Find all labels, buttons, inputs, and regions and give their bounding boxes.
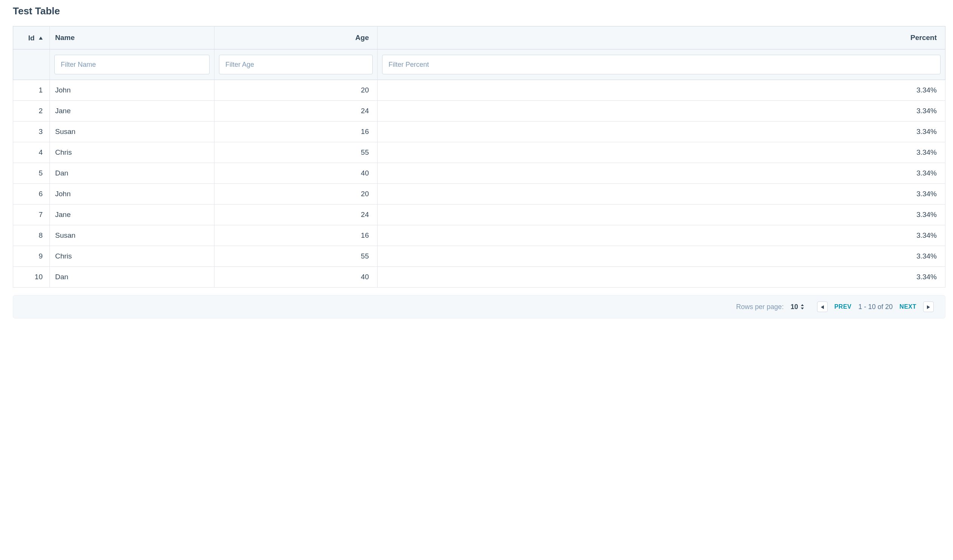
table-cell-id: 9: [13, 246, 50, 267]
table-row: 1John203.34%: [13, 80, 945, 101]
table-cell-name: Chris: [50, 142, 214, 163]
table-cell-percent: 3.34%: [377, 122, 945, 142]
table-cell-id: 2: [13, 101, 50, 122]
table-cell-percent: 3.34%: [377, 225, 945, 246]
filter-input-percent[interactable]: [382, 55, 941, 74]
filter-cell-id: [13, 50, 50, 80]
next-page-icon-button[interactable]: [923, 302, 934, 312]
column-header-name[interactable]: Name: [50, 26, 214, 50]
rows-per-page: Rows per page: 10: [736, 303, 804, 311]
sort-asc-icon: [39, 33, 43, 42]
pagination-range: 1 - 10 of 20: [858, 303, 892, 311]
page-title: Test Table: [13, 5, 945, 17]
table-cell-age: 55: [214, 142, 377, 163]
table-cell-id: 3: [13, 122, 50, 142]
filter-input-age[interactable]: [219, 55, 373, 74]
caret-left-icon: [821, 303, 824, 311]
prev-page-icon-button[interactable]: [817, 302, 828, 312]
svg-marker-3: [821, 305, 824, 309]
table-filter-row: [13, 50, 945, 80]
table-cell-percent: 3.34%: [377, 80, 945, 101]
filter-cell-age: [214, 50, 377, 80]
table-row: 7Jane243.34%: [13, 204, 945, 225]
column-header-label: Age: [355, 34, 369, 42]
table-row: 5Dan403.34%: [13, 163, 945, 184]
table-row: 9Chris553.34%: [13, 246, 945, 267]
table-cell-percent: 3.34%: [377, 184, 945, 204]
data-table: Id Name Age Percent: [13, 26, 945, 288]
column-header-id[interactable]: Id: [13, 26, 50, 50]
column-header-age[interactable]: Age: [214, 26, 377, 50]
table-row: 8Susan163.34%: [13, 225, 945, 246]
column-header-label: Id: [28, 34, 35, 42]
svg-marker-1: [801, 304, 804, 306]
table-cell-id: 10: [13, 267, 50, 288]
caret-right-icon: [927, 303, 930, 311]
filter-cell-percent: [377, 50, 945, 80]
table-cell-age: 16: [214, 122, 377, 142]
table-cell-age: 20: [214, 80, 377, 101]
table-cell-age: 20: [214, 184, 377, 204]
table-row: 10Dan403.34%: [13, 267, 945, 288]
table-cell-age: 16: [214, 225, 377, 246]
column-header-label: Percent: [910, 34, 937, 42]
filter-cell-name: [50, 50, 214, 80]
table-cell-age: 55: [214, 246, 377, 267]
table-cell-age: 40: [214, 267, 377, 288]
table-cell-name: John: [50, 184, 214, 204]
table-cell-age: 24: [214, 101, 377, 122]
table-cell-age: 40: [214, 163, 377, 184]
rows-per-page-label: Rows per page:: [736, 303, 784, 311]
table-cell-age: 24: [214, 204, 377, 225]
table-cell-name: John: [50, 80, 214, 101]
table-cell-percent: 3.34%: [377, 163, 945, 184]
prev-page-button[interactable]: PREV: [834, 303, 852, 310]
table-cell-name: Susan: [50, 122, 214, 142]
rows-per-page-select[interactable]: 10: [791, 303, 804, 311]
table-cell-id: 8: [13, 225, 50, 246]
pagination-bar: Rows per page: 10 PREV 1 - 10 of 20 NEXT: [13, 295, 945, 319]
table-cell-percent: 3.34%: [377, 204, 945, 225]
svg-marker-4: [927, 305, 930, 309]
filter-input-name[interactable]: [54, 55, 210, 74]
table-row: 3Susan163.34%: [13, 122, 945, 142]
table-cell-name: Jane: [50, 204, 214, 225]
table-cell-name: Chris: [50, 246, 214, 267]
rows-per-page-value: 10: [791, 303, 798, 311]
table-header-row: Id Name Age Percent: [13, 26, 945, 50]
table-row: 2Jane243.34%: [13, 101, 945, 122]
table-cell-percent: 3.34%: [377, 101, 945, 122]
table-cell-id: 5: [13, 163, 50, 184]
table-cell-percent: 3.34%: [377, 246, 945, 267]
column-header-percent[interactable]: Percent: [377, 26, 945, 50]
table-cell-id: 6: [13, 184, 50, 204]
table-cell-name: Dan: [50, 163, 214, 184]
select-updown-icon: [801, 304, 804, 309]
table-cell-id: 4: [13, 142, 50, 163]
table-cell-percent: 3.34%: [377, 142, 945, 163]
next-page-button[interactable]: NEXT: [899, 303, 916, 310]
svg-marker-2: [801, 308, 804, 309]
table-cell-id: 7: [13, 204, 50, 225]
table-cell-percent: 3.34%: [377, 267, 945, 288]
table-row: 6John203.34%: [13, 184, 945, 204]
pager-controls: PREV 1 - 10 of 20 NEXT: [817, 302, 934, 312]
table-cell-name: Jane: [50, 101, 214, 122]
table-cell-id: 1: [13, 80, 50, 101]
column-header-label: Name: [55, 34, 75, 42]
svg-marker-0: [39, 37, 43, 40]
table-cell-name: Dan: [50, 267, 214, 288]
table-cell-name: Susan: [50, 225, 214, 246]
table-row: 4Chris553.34%: [13, 142, 945, 163]
